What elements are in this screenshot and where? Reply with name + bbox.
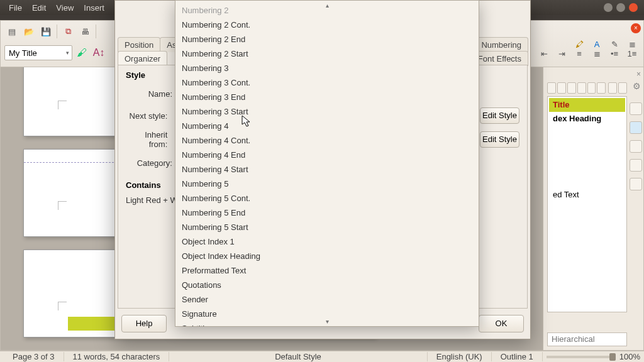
dropdown-item[interactable]: Sender (175, 292, 479, 307)
toolbar-open-icon[interactable]: 📂 (21, 24, 36, 39)
style-item-preformatted[interactable]: ed Text (549, 188, 625, 201)
dropdown-item[interactable]: Preformatted Text (175, 263, 479, 278)
toolbar-pdf-icon[interactable]: ⧉ (60, 24, 75, 39)
dropdown-scroll-up-icon[interactable]: ▴ (326, 2, 329, 9)
rail-gallery-icon[interactable] (630, 140, 642, 153)
window-minimize-icon[interactable] (604, 3, 613, 12)
tab-font-effects[interactable]: Font Effects (471, 51, 528, 66)
rail-page-icon[interactable] (630, 178, 642, 190)
dropdown-item[interactable]: Numbering 5 End (175, 206, 479, 220)
rail-properties-icon[interactable] (630, 102, 642, 115)
decrease-indent-icon[interactable]: ≡ (572, 46, 587, 61)
toolbar-print-icon[interactable]: 🖶 (77, 24, 92, 39)
tab-position[interactable]: Position (118, 37, 160, 52)
menu-insert[interactable]: Insert (79, 2, 109, 14)
status-style[interactable]: Default Style (169, 352, 428, 361)
list-styles-icon[interactable] (587, 82, 596, 94)
indent-icon[interactable]: ⇥ (554, 46, 569, 61)
label-category: Category: (126, 158, 177, 168)
styles-filter-combo[interactable]: Hierarchical (547, 332, 627, 346)
style-item-heading[interactable]: dex Heading (549, 112, 625, 125)
window-maximize-icon[interactable] (616, 3, 625, 12)
update-style-icon[interactable]: 🖌 (74, 45, 89, 60)
status-lang[interactable]: English (UK) (428, 352, 492, 361)
table-styles-icon[interactable] (597, 82, 606, 94)
dropdown-item[interactable]: Numbering 3 Cont. (175, 75, 479, 90)
dropdown-item[interactable]: Quotations (175, 278, 479, 292)
menu-edit[interactable]: Edit (27, 2, 51, 14)
ok-button[interactable]: OK (479, 315, 524, 332)
styles-sidepanel: × ⚙ Title dex Heading ed Text Hierarchi (543, 67, 643, 350)
frame-styles-icon[interactable] (567, 82, 576, 94)
statusbar: Page 3 of 3 11 words, 54 characters Defa… (0, 351, 644, 362)
dropdown-scroll-down-icon[interactable]: ▾ (326, 318, 329, 325)
dropdown-item[interactable]: Numbering 2 Start (175, 47, 479, 61)
fill-format-icon[interactable] (608, 82, 617, 94)
number-list-icon[interactable]: 1≡ (625, 46, 640, 61)
style-item-title[interactable]: Title (549, 98, 625, 112)
char-styles-icon[interactable] (557, 82, 566, 94)
rail-navigator-icon[interactable] (630, 159, 642, 172)
dropdown-item[interactable]: Numbering 4 (175, 119, 479, 133)
dropdown-item[interactable]: Object Index 1 (175, 234, 479, 249)
help-button[interactable]: Help (121, 315, 167, 332)
dropdown-item[interactable]: Numbering 5 Cont. (175, 191, 479, 206)
dropdown-item[interactable]: Numbering 3 End (175, 90, 479, 104)
sidepanel-close-icon[interactable]: × (636, 70, 641, 79)
new-style-menu-icon[interactable] (618, 82, 627, 94)
outdent-icon[interactable]: ⇤ (536, 46, 552, 61)
label-inherit: Inherit from: (126, 130, 172, 149)
dropdown-item[interactable]: Numbering 5 Start (175, 220, 479, 234)
dropdown-item[interactable]: Numbering 3 Start (175, 104, 479, 119)
next-style-dropdown[interactable]: ▴ Numbering 2Numbering 2 Cont.Numbering … (175, 0, 479, 327)
bullet-list-icon[interactable]: •≡ (607, 46, 622, 61)
zoom-slider[interactable] (547, 356, 616, 358)
label-name: Name: (126, 89, 177, 99)
menu-file[interactable]: File (4, 2, 27, 14)
status-page[interactable]: Page 3 of 3 (4, 352, 64, 361)
dropdown-item[interactable]: Numbering 2 End (175, 32, 479, 47)
toolbar-right-group-2: ⇤ ⇥ ≡ ≣ •≡ 1≡ (536, 46, 640, 61)
paragraph-style-combo-value: My Title (9, 48, 37, 58)
status-zoom[interactable]: 100% (619, 352, 640, 361)
dropdown-item[interactable]: Numbering 4 Start (175, 162, 479, 177)
dropdown-item[interactable]: Numbering 4 Cont. (175, 133, 479, 148)
line-spacing-icon[interactable]: ≣ (589, 46, 604, 61)
tab-organizer[interactable]: Organizer (118, 51, 167, 66)
label-next-style: Next style: (126, 111, 172, 121)
status-words[interactable]: 11 words, 54 characters (64, 352, 170, 361)
sidebar-rail (628, 102, 643, 190)
window-controls (604, 3, 640, 12)
sidepanel-settings-icon[interactable]: ⚙ (633, 81, 641, 91)
para-styles-icon[interactable] (547, 82, 556, 94)
styles-list[interactable]: Title dex Heading ed Text (547, 96, 627, 312)
edit-style-inherit-button[interactable]: Edit Style (480, 131, 519, 148)
dropdown-item[interactable]: Numbering 5 (175, 177, 479, 191)
status-outline[interactable]: Outline 1 (492, 352, 543, 361)
toolbar-new-icon[interactable]: ▤ (4, 24, 19, 39)
dropdown-item[interactable]: Object Index Heading (175, 249, 479, 263)
dropdown-item[interactable]: Numbering 4 End (175, 148, 479, 162)
dropdown-item[interactable]: Numbering 2 Cont. (175, 18, 479, 32)
edit-style-next-button[interactable]: Edit Style (480, 107, 519, 124)
new-style-icon[interactable]: A↕ (91, 45, 106, 60)
menu-view[interactable]: View (51, 2, 79, 14)
page-styles-icon[interactable] (577, 82, 586, 94)
paragraph-style-combo[interactable]: My Title (4, 45, 72, 60)
rail-styles-icon[interactable] (630, 121, 642, 134)
toolbar-save-icon[interactable]: 💾 (38, 24, 53, 39)
window-close-icon[interactable] (629, 3, 638, 12)
dropdown-item[interactable]: Numbering 3 (175, 61, 479, 75)
